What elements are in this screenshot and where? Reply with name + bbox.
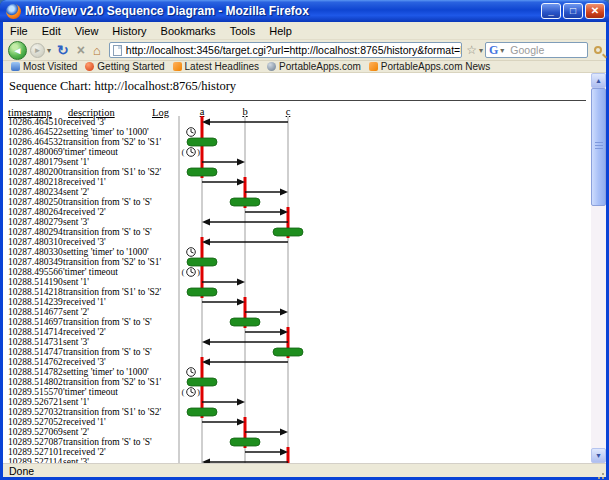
timeout-paren: ) [197, 147, 200, 157]
maximize-button[interactable]: □ [563, 3, 583, 19]
scroll-up-icon[interactable]: ▲ [591, 73, 606, 88]
search-placeholder[interactable]: Google [510, 44, 544, 56]
search-engine-icon[interactable]: G [489, 43, 498, 58]
transition-pill [187, 138, 217, 146]
horizontal-rule [9, 100, 586, 101]
firefox-app-icon [6, 4, 21, 19]
search-go-icon[interactable] [594, 46, 602, 54]
minimize-button[interactable]: _ [541, 3, 561, 19]
transition-pill [187, 258, 217, 266]
menu-item-tools[interactable]: Tools [223, 23, 263, 39]
window-title: MitoView v2.0 Sequence Diagram - Mozilla… [25, 4, 309, 18]
search-box[interactable]: G ▾ Google [485, 42, 588, 58]
bookmarks-toolbar: Most VisitedGetting StartedLatest Headli… [3, 61, 606, 73]
message-arrowhead [280, 429, 288, 436]
page-content: Sequence Chart: http://localhost:8765/hi… [3, 73, 591, 463]
bookmark-dropdown-icon[interactable]: ▾ [479, 46, 483, 55]
back-button[interactable]: ◄ [8, 41, 27, 60]
transition-pill [230, 438, 260, 446]
browser-window: MitoView v2.0 Sequence Diagram - Mozilla… [0, 0, 609, 480]
menu-item-view[interactable]: View [68, 23, 106, 39]
menu-item-file[interactable]: File [3, 23, 35, 39]
timeout-paren: ( [182, 387, 185, 397]
status-bar: Done [3, 463, 606, 477]
message-arrowhead [280, 189, 288, 196]
message-arrowhead [280, 309, 288, 316]
sequence-diagram: ()()() [3, 116, 591, 463]
search-engine-dropdown-icon[interactable]: ▾ [500, 46, 504, 55]
timeout-paren: ( [182, 147, 185, 157]
menu-item-edit[interactable]: Edit [35, 23, 68, 39]
portableapps-icon [267, 62, 276, 71]
bookmark-item[interactable]: Getting Started [85, 61, 164, 72]
timeout-paren: ) [197, 267, 200, 277]
bookmark-label: Most Visited [23, 61, 77, 72]
scrollbar-thumb[interactable] [591, 88, 606, 206]
bookmark-item[interactable]: Most Visited [11, 61, 77, 72]
reload-button[interactable]: ↻ [57, 41, 69, 60]
transition-pill [273, 348, 303, 356]
transition-pill [187, 408, 217, 416]
message-arrowhead [237, 279, 245, 286]
bookmark-star-icon[interactable]: ☆ [466, 43, 477, 57]
message-arrowhead [202, 219, 210, 226]
menu-item-bookmarks[interactable]: Bookmarks [154, 23, 223, 39]
bookmark-label: Getting Started [97, 61, 164, 72]
bookmark-item[interactable]: PortableApps.com News [369, 61, 491, 72]
site-favicon [113, 45, 122, 56]
bookmark-label: PortableApps.com [279, 61, 361, 72]
menu-item-history[interactable]: History [105, 23, 153, 39]
message-arrowhead [237, 399, 245, 406]
transition-pill [273, 228, 303, 236]
transition-pill [187, 288, 217, 296]
message-arrowhead [237, 159, 245, 166]
rss-icon [369, 62, 378, 71]
rss-icon [173, 62, 182, 71]
url-bar[interactable]: http://localhost:3456/target.cgi?url=htt… [109, 42, 462, 58]
status-text: Done [9, 465, 34, 477]
transition-pill [230, 318, 260, 326]
bookmark-label: PortableApps.com News [381, 61, 491, 72]
url-text[interactable]: http://localhost:3456/target.cgi?url=htt… [126, 44, 462, 56]
menu-bar: FileEditViewHistoryBookmarksToolsHelp [3, 22, 606, 40]
home-button[interactable]: ⌂ [93, 41, 101, 60]
message-arrowhead [202, 339, 210, 346]
title-bar: MitoView v2.0 Sequence Diagram - Mozilla… [0, 0, 609, 22]
most-visited-icon [11, 62, 20, 71]
scroll-down-icon[interactable]: ▼ [591, 448, 606, 463]
transition-pill [187, 378, 217, 386]
resize-grip[interactable] [602, 473, 604, 475]
bookmark-item[interactable]: Latest Headlines [173, 61, 260, 72]
getting-started-icon [85, 62, 94, 71]
transition-pill [187, 168, 217, 176]
forward-button[interactable]: ► [30, 43, 45, 58]
bookmark-label: Latest Headlines [185, 61, 260, 72]
history-dropdown-icon[interactable]: ▾ [47, 46, 51, 55]
stop-button[interactable]: × [77, 41, 85, 60]
vertical-scrollbar[interactable]: ▲ ▼ [591, 73, 606, 463]
timeout-paren: ) [197, 387, 200, 397]
menu-item-help[interactable]: Help [262, 23, 299, 39]
close-button[interactable]: ✕ [585, 3, 605, 19]
timeout-paren: ( [182, 267, 185, 277]
bookmark-item[interactable]: PortableApps.com [267, 61, 361, 72]
transition-pill [230, 198, 260, 206]
navigation-toolbar: ◄ ► ▾ ↻ × ⌂ http://localhost:3456/target… [3, 40, 606, 61]
page-title: Sequence Chart: http://localhost:8765/hi… [9, 79, 236, 94]
